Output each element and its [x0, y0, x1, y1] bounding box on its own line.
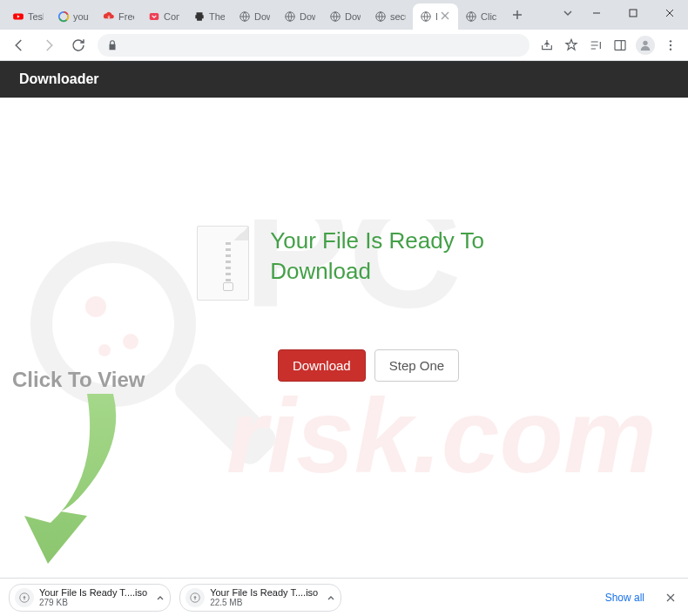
window-maximize-button[interactable] [615, 0, 651, 26]
download-button[interactable]: Download [278, 349, 366, 382]
toolbar-actions [538, 36, 679, 55]
tab-search-button[interactable] [557, 0, 578, 26]
arrow-down-icon [17, 394, 148, 568]
google-icon [57, 10, 70, 23]
pocket-icon [148, 10, 160, 23]
window-close-button[interactable] [651, 0, 688, 26]
svg-point-14 [670, 48, 671, 50]
download-filename: Your File Is Ready T....iso [39, 587, 147, 598]
tab-title: Con [164, 11, 179, 22]
browser-tab-active[interactable]: D [413, 3, 458, 30]
tab-title: Free [118, 11, 134, 22]
svg-point-12 [670, 40, 671, 42]
browser-tab[interactable]: Dow [277, 3, 322, 30]
browser-tab-strip: Tesla yout Free Con The Dow Dow Dow secu… [0, 0, 688, 30]
click-to-view-label: Click To View [12, 368, 145, 392]
show-all-downloads-button[interactable]: Show all [597, 588, 653, 607]
chevron-up-icon[interactable] [156, 593, 165, 602]
download-item[interactable]: Your File Is Ready T....iso 279 KB [9, 584, 171, 612]
back-button[interactable] [9, 35, 30, 56]
globe-icon [284, 10, 296, 23]
download-filename: Your File Is Ready T....iso [210, 587, 318, 598]
svg-point-11 [643, 40, 647, 44]
headline-text: Your File Is Ready To Download [270, 226, 545, 287]
tab-title: Click [481, 11, 496, 22]
profile-avatar[interactable] [636, 36, 655, 55]
tab-title: D [435, 11, 437, 22]
svg-rect-2 [150, 13, 159, 20]
file-icon [15, 588, 34, 607]
page-title: Downloader [19, 71, 99, 87]
globe-icon [420, 10, 432, 23]
tab-title: Dow [300, 11, 315, 22]
reload-button[interactable] [68, 35, 89, 56]
tab-title: Dow [345, 11, 361, 22]
svg-point-13 [670, 44, 671, 45]
browser-tab[interactable]: yout [51, 3, 96, 30]
lock-icon [106, 39, 118, 51]
svg-point-19 [98, 344, 111, 356]
forward-button[interactable] [38, 35, 59, 56]
bookmark-icon[interactable] [563, 37, 580, 54]
youtube-icon [12, 10, 24, 23]
share-icon[interactable] [538, 37, 556, 54]
browser-tab[interactable]: Click [458, 3, 503, 30]
browser-tab[interactable]: Tesla [5, 3, 51, 30]
side-panel-icon[interactable] [611, 37, 629, 54]
window-controls [557, 0, 688, 26]
globe-icon [374, 10, 387, 23]
globe-icon [239, 10, 251, 23]
step-one-button[interactable]: Step One [374, 349, 459, 382]
tab-title: yout [73, 11, 89, 22]
close-icon[interactable] [441, 11, 451, 22]
tab-title: Tesla [28, 11, 44, 22]
svg-point-16 [52, 263, 174, 385]
window-minimize-button[interactable] [578, 0, 615, 26]
browser-tab[interactable]: Dow [232, 3, 277, 30]
svg-text:risk.com: risk.com [226, 377, 657, 494]
file-icon [185, 588, 205, 607]
address-bar[interactable] [98, 34, 529, 57]
svg-point-17 [85, 296, 106, 317]
svg-point-18 [123, 334, 138, 349]
download-filesize: 279 KB [39, 598, 147, 607]
cloud-download-icon [103, 10, 115, 23]
download-item[interactable]: Your File Is Ready T....iso 22.5 MB [179, 584, 341, 612]
zip-file-icon [197, 226, 249, 301]
page-content: PC risk.com Your File Is Ready To Downlo… [0, 98, 688, 575]
chevron-up-icon[interactable] [327, 593, 335, 602]
browser-tab[interactable]: secu [368, 3, 413, 30]
new-tab-button[interactable] [505, 3, 529, 27]
menu-icon[interactable] [662, 37, 679, 54]
browser-tab[interactable]: Free [96, 3, 141, 30]
close-downloads-bar-button[interactable] [662, 589, 679, 606]
browser-tab[interactable]: The [186, 3, 232, 30]
globe-icon [465, 10, 477, 23]
globe-icon [329, 10, 341, 23]
reading-list-icon[interactable] [587, 37, 604, 54]
browser-tab[interactable]: Dow [322, 3, 368, 30]
downloads-bar: Your File Is Ready T....iso 279 KB Your … [0, 578, 688, 616]
tab-title: secu [390, 11, 406, 22]
tab-title: Dow [254, 11, 270, 22]
svg-rect-10 [615, 40, 625, 50]
svg-rect-9 [630, 10, 637, 17]
browser-toolbar [0, 30, 688, 61]
main-message: Your File Is Ready To Download Download … [197, 226, 545, 382]
page-header: Downloader [0, 61, 688, 98]
printer-icon [193, 10, 206, 23]
tab-title: The [209, 11, 225, 22]
browser-tab[interactable]: Con [141, 3, 186, 30]
download-filesize: 22.5 MB [210, 598, 318, 607]
